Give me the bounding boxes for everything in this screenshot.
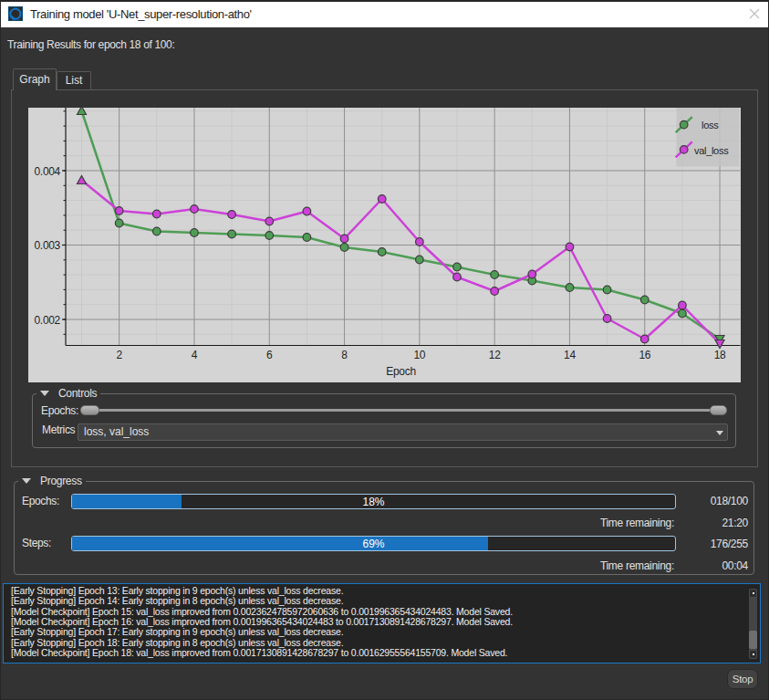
svg-text:0.004: 0.004: [34, 165, 60, 178]
svg-text:14: 14: [564, 349, 576, 361]
svg-text:4: 4: [192, 349, 198, 361]
svg-text:0.003: 0.003: [34, 239, 60, 252]
svg-text:16: 16: [639, 349, 650, 361]
svg-text:2: 2: [116, 349, 122, 361]
svg-text:val_loss: val_loss: [694, 145, 729, 156]
svg-text:10: 10: [413, 349, 425, 361]
svg-text:12: 12: [489, 349, 501, 361]
svg-text:8: 8: [341, 349, 348, 361]
svg-text:loss: loss: [701, 120, 719, 131]
svg-text:18: 18: [714, 349, 726, 361]
svg-text:0.002: 0.002: [34, 314, 60, 327]
svg-text:6: 6: [266, 349, 273, 361]
svg-text:Epoch: Epoch: [386, 365, 416, 378]
